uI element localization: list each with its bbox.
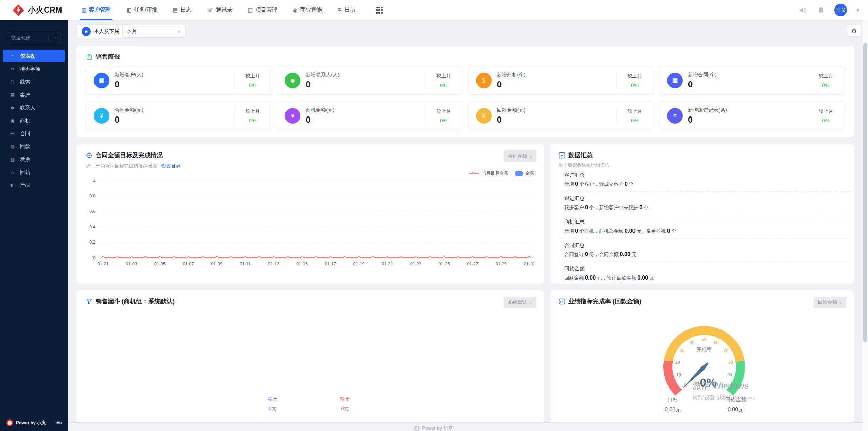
stat-label: 合同金额(元) (115, 107, 234, 113)
sidebar-item-payments[interactable]: ◍回款 (0, 140, 68, 153)
compare-label: 较上月 (242, 73, 263, 79)
data-summary-card: 数据汇总 对于数据收集统计的汇总 客户汇总 新增0个客户，转成交客户0个 跟进汇… (551, 144, 854, 284)
monkey-icon (414, 426, 420, 431)
nav-label: 日历 (345, 6, 355, 14)
stat-card-contract-amount: ¥合同金额(元)0较上月0% (86, 102, 271, 130)
sidebar-item-leads[interactable]: ◎线索 (0, 75, 68, 88)
win-label: 赢单 (267, 396, 278, 402)
sidebar-item-todo[interactable]: ✉待办事项 (0, 62, 68, 75)
metric-dropdown[interactable]: 合同金额∨ (504, 150, 536, 162)
stat-label: 新增联系人(人) (306, 72, 425, 78)
compare-value: 0% (242, 82, 263, 88)
phone-book-icon: ☏ (207, 7, 213, 13)
sidebar-item-contracts[interactable]: ▤合同 (0, 127, 68, 140)
section-title: 销售简报 (96, 53, 120, 61)
sidebar-item-customers[interactable]: ▦客户 (0, 88, 68, 101)
sidebar-item-revisits[interactable]: ⌂回访 (0, 166, 68, 179)
win-value: 0元 (252, 405, 293, 412)
dashed-divider (559, 215, 851, 215)
stat-card-payment-amount: ¥回款金额(元)0较上月0% (468, 102, 653, 130)
sidebar-label: 回款 (20, 143, 30, 150)
clipboard-icon (86, 54, 92, 60)
svg-text:60: 60 (714, 340, 719, 345)
compare-label: 较上月 (624, 73, 645, 79)
footer-text: Power by 悟空 (422, 425, 453, 431)
nav-label: 项目管理 (256, 6, 277, 14)
user-avatar[interactable]: 理员 (834, 4, 847, 16)
gauge-chart-icon (559, 298, 565, 305)
sidebar-item-contacts[interactable]: ☻联系人 (0, 101, 68, 114)
sidebar-item-products[interactable]: ◧产品 (0, 179, 68, 192)
nav-item-tasks-approval[interactable]: ◧任务/审批 (119, 0, 165, 20)
nav-item-apps[interactable] (363, 0, 390, 20)
quick-create-label: 快速创建 (11, 35, 48, 41)
content-footer: Power by 悟空 (68, 422, 863, 431)
scrollbar-thumb[interactable] (863, 43, 867, 342)
top-nav: 小火CRM ▥客户管理 ◧任务/审批 ▤日志 ☏通讯录 ◫项目管理 ◉商业智能 … (0, 0, 868, 20)
contract-icon: ▤ (667, 73, 683, 88)
sales-brief-card: 销售简报 ▦新增客户(人)0较上月0% ☻新增联系人(人)0较上月0% $新增商… (76, 46, 854, 137)
stat-label: 商机金额(元) (306, 107, 425, 113)
watermark-line2: 转到“设置”以激活 Windows。 (693, 395, 759, 401)
home-icon: ⌂ (10, 169, 15, 175)
summary-sections: 客户汇总 新增0个客户，转成交客户0个 跟进汇总 跟进客户0个，新增客户中未跟进… (559, 172, 846, 281)
leads-icon: ◎ (10, 79, 15, 85)
nav-label: 商业智能 (300, 6, 322, 14)
svg-text:80: 80 (728, 360, 733, 365)
nav-item-project-mgmt[interactable]: ◫项目管理 (240, 0, 285, 20)
svg-text:20: 20 (675, 360, 680, 365)
y-axis-labels: 00.20.40.60.81 (86, 180, 98, 258)
bar-legend-marker (515, 171, 523, 176)
main-content: ☻ 本人及下属 ▼ 本月 ∨ ⚙ 销售简报 ▦新增客户(人)0较上月0% ☻新增… (68, 20, 868, 431)
compare-label: 较上月 (815, 73, 836, 79)
plus-icon[interactable]: + (53, 35, 57, 41)
svg-text:40: 40 (690, 340, 694, 345)
set-target-link[interactable]: 设置目标 (161, 163, 180, 169)
funnel-win-stat: 赢单 0元 (252, 396, 293, 412)
stat-value: 0 (115, 79, 234, 90)
sidebar-footer-text: Power by 小火 (16, 420, 46, 426)
stat-value: 0 (306, 79, 425, 90)
building-icon: ▦ (94, 73, 109, 88)
chart-subtitle: 近一年的合同目标完成情况柱状图 (86, 163, 157, 169)
gauge-metric-dropdown[interactable]: 回款金额∨ (814, 297, 846, 308)
funnel-group-dropdown[interactable]: 系统默认∨ (504, 297, 536, 308)
compare-value: 0% (624, 82, 645, 88)
period-select[interactable]: 本月 ∨ (122, 25, 185, 38)
sidebar-label: 发票 (20, 156, 30, 163)
compare-label: 较上月 (242, 108, 263, 114)
summary-section-line: 回款金额0.00元，预计回款金额0.00元 (564, 274, 846, 281)
section-title: 业绩指标完成率 (回款金额) (568, 297, 641, 305)
svg-text:完成率: 完成率 (697, 346, 712, 352)
apps-grid-icon (376, 7, 383, 14)
sidebar-label: 仪表盘 (20, 53, 35, 59)
nav-item-customer-mgmt[interactable]: ▥客户管理 (74, 0, 119, 20)
summary-section-title: 客户汇总 (564, 172, 846, 178)
money-bag-icon: ¥ (94, 108, 109, 124)
summary-section-payments: 回款金额 回款金额0.00元，预计回款金额0.00元 (564, 266, 846, 281)
target-icon (86, 152, 92, 159)
app-logo[interactable]: 小火CRM (0, 4, 74, 16)
quick-create-input[interactable]: 快速创建 | + (7, 32, 61, 44)
sidebar-item-dashboard[interactable]: ◔仪表盘 (3, 50, 65, 62)
nav-item-calendar[interactable]: ⊞日历 (330, 0, 363, 20)
section-title: 销售漏斗 (商机组：系统默认) (96, 297, 175, 305)
bell-icon[interactable] (817, 6, 825, 14)
speaker-icon[interactable] (799, 6, 808, 14)
dashboard-settings-button[interactable]: ⚙ (847, 25, 861, 36)
summary-section-customers: 客户汇总 新增0个客户，转成交客户0个 (564, 172, 846, 187)
stat-card-opportunity-amount: ♥商机金额(元)0较上月0% (277, 102, 462, 130)
collapse-menu-icon[interactable]: ≡◂ (56, 419, 62, 426)
page-scrollbar[interactable] (863, 20, 868, 431)
compare-value: 0% (242, 118, 263, 123)
sidebar-item-opportunities[interactable]: ◉商机 (0, 114, 68, 127)
sidebar-item-invoices[interactable]: ▥发票 (0, 153, 68, 166)
stat-label: 新增客户(人) (115, 72, 234, 78)
nav-item-contacts-book[interactable]: ☏通讯录 (199, 0, 240, 20)
svg-text:70: 70 (724, 348, 728, 353)
sidebar-label: 合同 (20, 130, 30, 137)
chevron-down-icon[interactable]: ▾ (856, 7, 859, 13)
nav-item-business-intel[interactable]: ◉商业智能 (285, 0, 330, 20)
contract-icon: ▤ (10, 131, 15, 136)
nav-item-journal[interactable]: ▤日志 (165, 0, 199, 20)
